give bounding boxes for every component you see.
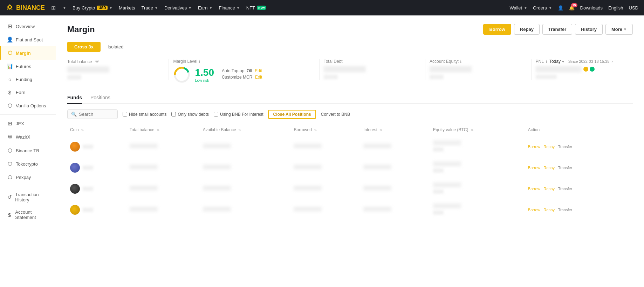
other-borrow-action[interactable]: Borrow: [528, 187, 540, 191]
col-action: Action: [525, 124, 633, 136]
close-all-positions-button[interactable]: Close All Positions: [268, 110, 316, 119]
sidebar-item-wazirx[interactable]: Ｗ WazirX: [0, 130, 56, 144]
sidebar-item-tokocrypto[interactable]: ⬡ Tokocrypto: [0, 157, 56, 171]
auto-topup-edit-link[interactable]: Edit: [255, 68, 262, 73]
hide-small-accounts-checkbox[interactable]: Hide small accounts: [123, 112, 166, 117]
account-statement-icon: $: [7, 212, 12, 218]
nav-finance[interactable]: Finance ▼: [219, 5, 240, 11]
sort-total-icon[interactable]: ⇅: [157, 128, 159, 132]
transfer-button[interactable]: Transfer: [542, 24, 572, 35]
sidebar-item-margin[interactable]: ⬡ Margin: [0, 46, 56, 60]
btc-borrow-action[interactable]: Borrow: [528, 145, 540, 149]
repay-button[interactable]: Repay: [514, 24, 540, 35]
btc-repay-action[interactable]: Repay: [543, 145, 555, 149]
convert-to-bnb-button[interactable]: Convert to BNB: [321, 112, 350, 117]
sidebar-divider-2: [0, 186, 56, 186]
other-interest: [361, 178, 430, 199]
nav-orders[interactable]: Orders ▼: [533, 5, 552, 11]
main-content: Margin Borrow Repay Transfer History Mor…: [56, 15, 644, 287]
sort-available-icon[interactable]: ⇅: [238, 128, 241, 132]
pnl-period-selector[interactable]: Today ▼: [549, 59, 565, 64]
bnb-repay-action[interactable]: Repay: [543, 208, 555, 212]
eth-repay-action[interactable]: Repay: [543, 166, 555, 170]
sidebar-item-overview[interactable]: ⊞ Overview: [0, 20, 56, 33]
sidebar-item-futures[interactable]: 📊 Futures: [0, 60, 56, 73]
account-equity-info-icon[interactable]: ℹ: [460, 59, 461, 64]
trade-chevron: ▼: [155, 6, 158, 10]
header-actions: Borrow Repay Transfer History More ▼: [483, 24, 633, 35]
eth-total-balance: [127, 157, 200, 178]
nav-downloads[interactable]: Downloads: [580, 5, 603, 11]
nav-derivatives[interactable]: Derivatives ▼: [164, 5, 192, 11]
sidebar-item-pexpay[interactable]: ⬡ Pexpay: [0, 171, 56, 184]
pnl-chevron-right[interactable]: ›: [611, 59, 613, 64]
using-bnb-checkbox[interactable]: Using BNB For Interest: [214, 112, 263, 117]
stats-row: Total balance 👁 Margin Level ℹ: [67, 59, 633, 84]
btc-borrowed: [291, 136, 361, 157]
customize-mcr-edit-link[interactable]: Edit: [255, 75, 262, 80]
section-tabs: Funds Positions: [67, 92, 633, 104]
nav-trade[interactable]: Trade ▼: [142, 5, 158, 11]
hide-balance-icon[interactable]: 👁: [95, 59, 100, 64]
nav-language[interactable]: English: [608, 5, 623, 11]
other-coin-icon: [70, 184, 80, 194]
search-box: 🔍: [67, 109, 118, 119]
coin-cell-bnb: [67, 199, 127, 220]
borrow-button[interactable]: Borrow: [483, 24, 511, 35]
sort-interest-icon[interactable]: ⇅: [379, 128, 382, 132]
tab-positions[interactable]: Positions: [90, 92, 110, 104]
other-label: [83, 187, 93, 191]
pnl-period-chevron: ▼: [561, 60, 565, 64]
tab-isolated[interactable]: Isolated: [101, 42, 131, 52]
sidebar-item-funding[interactable]: ○ Funding: [0, 73, 56, 86]
only-show-debts-checkbox[interactable]: Only show debts: [171, 112, 209, 117]
nav-currency[interactable]: USD: [629, 5, 638, 11]
sidebar: ⊞ Overview 👤 Fiat and Spot ⬡ Margin 📊 Fu…: [0, 15, 56, 287]
funding-icon: ○: [7, 76, 13, 82]
btc-label: [83, 145, 93, 149]
table-row: Borrow Repay Transfer: [67, 157, 633, 178]
nav-earn[interactable]: Earn ▼: [198, 5, 212, 11]
sidebar-item-account-statement[interactable]: $ Account Statement: [0, 206, 56, 223]
tab-cross-3x[interactable]: Cross 3x: [67, 42, 101, 52]
stat-divider-4: [531, 59, 532, 80]
search-input[interactable]: [79, 112, 114, 117]
pnl-info-icon[interactable]: ℹ: [546, 59, 547, 64]
wazirx-icon: Ｗ: [7, 134, 13, 140]
sidebar-item-vanilla-options[interactable]: ⬡ Vanilla Options: [0, 99, 56, 112]
btc-transfer-action[interactable]: Transfer: [558, 145, 573, 149]
other-repay-action[interactable]: Repay: [543, 187, 555, 191]
sidebar-item-jex[interactable]: ⊞ JEX: [0, 117, 56, 130]
bnb-total-balance: [127, 199, 200, 220]
nav-wallet[interactable]: Wallet ▼: [509, 5, 527, 11]
nav-markets[interactable]: Markets: [119, 5, 135, 11]
other-transfer-action[interactable]: Transfer: [558, 187, 573, 191]
stat-divider-3: [425, 59, 425, 80]
history-button[interactable]: History: [575, 24, 603, 35]
bnb-borrowed: [291, 199, 361, 220]
nav-nft[interactable]: NFT New: [246, 5, 266, 11]
eth-interest: [361, 157, 430, 178]
nav-buy-crypto[interactable]: Buy Crypto USD ▼: [73, 5, 112, 11]
sidebar-item-binance-tr[interactable]: ⬡ Binance TR: [0, 144, 56, 157]
margin-level-display: 1.50 Low risk Auto Top-up: Off Edit Cust…: [173, 66, 306, 84]
margin-level-info-icon[interactable]: ℹ: [199, 59, 200, 64]
sort-coin-icon[interactable]: ⇅: [81, 128, 84, 132]
more-button[interactable]: More ▼: [605, 24, 633, 35]
sidebar-divider-1: [0, 114, 56, 115]
sort-borrowed-icon[interactable]: ⇅: [314, 128, 317, 132]
bnb-borrow-action[interactable]: Borrow: [528, 208, 540, 212]
funds-toolbar: 🔍 Hide small accounts Only show debts Us…: [67, 109, 633, 119]
binance-logo[interactable]: BINANCE: [6, 4, 45, 12]
tab-funds[interactable]: Funds: [67, 92, 82, 104]
nav-profile-icon[interactable]: 👤: [558, 5, 563, 11]
sidebar-item-earn[interactable]: $ Earn: [0, 86, 56, 99]
nav-notifications[interactable]: 🔔 15: [569, 5, 575, 11]
eth-borrow-action[interactable]: Borrow: [528, 166, 540, 170]
sidebar-item-transaction-history[interactable]: ↺ Transaction History: [0, 188, 56, 206]
sidebar-item-fiat-spot[interactable]: 👤 Fiat and Spot: [0, 33, 56, 46]
sort-equity-icon[interactable]: ⇅: [471, 128, 473, 132]
grid-icon[interactable]: ⊞: [51, 5, 56, 11]
eth-transfer-action[interactable]: Transfer: [558, 166, 573, 170]
bnb-transfer-action[interactable]: Transfer: [558, 208, 573, 212]
